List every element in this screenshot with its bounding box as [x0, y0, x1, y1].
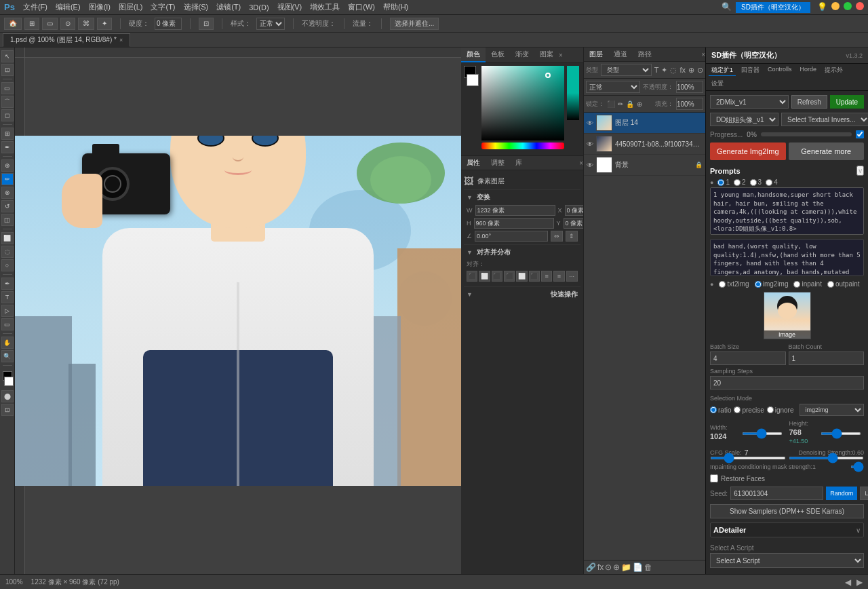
hue-bar[interactable]	[481, 142, 564, 149]
tab-color[interactable]: 颜色	[461, 48, 486, 62]
prompt-2[interactable]: 2	[734, 178, 746, 186]
path-select[interactable]: ▷	[1, 305, 14, 317]
layer-item[interactable]: 👁 背景 🔒	[584, 155, 705, 176]
rect-select[interactable]: ▭	[42, 18, 58, 30]
layer-item[interactable]: 👁 图层 14	[584, 113, 705, 134]
prompt-radio-3[interactable]	[750, 179, 757, 186]
y-input[interactable]: 0	[564, 218, 583, 229]
radio-inpaint[interactable]: inpaint	[793, 280, 821, 288]
tab-gradient[interactable]: 渐变	[510, 48, 534, 62]
brush-tool[interactable]: ✏	[1, 173, 14, 185]
menu-layer[interactable]: 图层(L)	[119, 2, 142, 12]
seed-input[interactable]: 613001304	[730, 487, 823, 500]
radio-input-outpaint[interactable]	[827, 281, 834, 288]
radio-img2img[interactable]: img2img	[755, 280, 789, 288]
radio-input-inpaint[interactable]	[793, 281, 800, 288]
document-tab[interactable]: 1.psd @ 100% (图层 14, RGB/8#) * ×	[3, 33, 130, 47]
positive-prompt[interactable]: 1 young man,handsome,super short black h…	[710, 187, 864, 235]
sel-precise[interactable]: precise	[734, 406, 764, 414]
add-fx-btn[interactable]: fx	[597, 563, 604, 572]
eyedropper-tool[interactable]: ✒	[1, 141, 14, 153]
restore-faces-check[interactable]	[710, 474, 718, 482]
color-panel-close[interactable]: ×	[559, 48, 563, 62]
quick-ops-collapse[interactable]: ▼	[467, 291, 473, 298]
sel-ignore[interactable]: ignore	[767, 406, 794, 414]
update-btn[interactable]: Update	[830, 95, 864, 109]
add-mask-btn[interactable]: ⊙	[605, 563, 612, 572]
menu-file[interactable]: 文件(F)	[23, 2, 47, 12]
tab-properties[interactable]: 属性	[461, 156, 486, 170]
layer-filter-icon[interactable]: T	[654, 66, 659, 74]
blur-tool[interactable]: ◌	[1, 246, 14, 258]
history-back-icon[interactable]: ◀	[845, 577, 851, 587]
history-fwd-icon[interactable]: ▶	[856, 577, 863, 587]
negative-prompt[interactable]: bad hand,(worst quality, low quality:1.4…	[710, 239, 864, 276]
color-gradient[interactable]	[481, 66, 564, 140]
menu-filter[interactable]: 滤镜(T)	[216, 2, 241, 12]
radio-txt2img[interactable]: txt2img	[719, 280, 749, 288]
nav-echo[interactable]: 回音器	[738, 65, 762, 76]
random-seed-btn[interactable]: Random	[826, 487, 857, 500]
home-btn[interactable]: 🏠	[4, 18, 22, 30]
height-input[interactable]: 960	[474, 218, 554, 229]
hand-tool[interactable]: ✋	[1, 337, 14, 349]
color-cursor[interactable]	[545, 73, 551, 78]
menu-plugins[interactable]: 增效工具	[310, 2, 340, 12]
bg-color-swatch[interactable]	[467, 74, 479, 86]
select-refine-btn[interactable]: 选择并遮住...	[390, 18, 439, 30]
batch-count-input[interactable]: 1	[789, 352, 865, 365]
new-btn[interactable]: ⊞	[24, 18, 39, 30]
quick-mask[interactable]: ⬤	[1, 390, 14, 402]
layer-type-select[interactable]: 类型	[601, 64, 652, 76]
delete-layer-btn[interactable]: 🗑	[644, 563, 652, 572]
menu-select[interactable]: 选择(S)	[184, 2, 209, 12]
tab-patterns[interactable]: 图案	[534, 48, 559, 62]
layer-item[interactable]: 👁 44509071-b08...9f1007345cc	[584, 134, 705, 155]
nav-stable[interactable]: 稳定扩1	[709, 65, 736, 76]
pen-tool[interactable]: ✒	[1, 278, 14, 290]
move-tool[interactable]: ↖	[1, 50, 14, 62]
prompts-toggle[interactable]: ∨	[856, 166, 864, 176]
model-select[interactable]: 2DMix_v1	[710, 95, 789, 109]
radio-input-txt2img[interactable]	[719, 281, 726, 288]
radio-input-img2img[interactable]	[755, 281, 762, 288]
share-btn[interactable]: SD插件（明空汉化）	[736, 2, 810, 13]
distribute-h[interactable]: ≡	[541, 271, 552, 282]
sel-radio-ignore[interactable]	[767, 406, 774, 413]
transform-collapse[interactable]: ▼	[467, 194, 473, 201]
object-select[interactable]: ◻	[1, 109, 14, 121]
angle-input[interactable]	[475, 231, 548, 242]
x-input[interactable]: 0	[565, 205, 583, 216]
progress-checkbox[interactable]	[856, 130, 864, 138]
height-slider[interactable]	[821, 432, 861, 435]
opacity-input[interactable]	[676, 81, 703, 93]
tab-swatches[interactable]: 色板	[486, 48, 510, 62]
align-bottom[interactable]: ⬛	[529, 271, 540, 282]
shape-tool[interactable]: ▭	[1, 318, 14, 330]
sel-radio-ratio[interactable]	[710, 406, 717, 413]
refresh-btn[interactable]: Refresh	[791, 95, 827, 109]
layer-filter-toggle[interactable]: ⊙	[697, 66, 703, 75]
layer-filter5-icon[interactable]: ⊕	[688, 66, 694, 75]
menu-view[interactable]: 视图(V)	[277, 2, 302, 12]
sel-ratio[interactable]: ratio	[710, 406, 731, 414]
layer-eye-icon[interactable]: 👁	[587, 162, 593, 169]
menu-help[interactable]: 帮助(H)	[383, 2, 408, 12]
layer-eye-icon[interactable]: 👁	[587, 119, 593, 127]
type-tool[interactable]: T	[1, 291, 14, 303]
denoising-slider[interactable]	[789, 457, 865, 459]
sampling-steps-input[interactable]: 20	[710, 376, 864, 390]
adetailer-toggle[interactable]: ∨	[856, 527, 861, 534]
lasso-tool[interactable]: ⌒	[1, 96, 14, 108]
menu-window[interactable]: 窗口(W)	[348, 2, 375, 12]
dodge-tool[interactable]: ○	[1, 259, 14, 271]
menu-edit[interactable]: 编辑(E)	[56, 2, 81, 12]
window-close[interactable]	[856, 2, 864, 10]
discover-icon[interactable]: 💡	[817, 2, 827, 13]
prompt-3[interactable]: 3	[750, 178, 762, 186]
tab-channels[interactable]: 通道	[608, 48, 633, 61]
align-center-v[interactable]: ⬜	[516, 271, 527, 282]
align-top[interactable]: ⬛	[504, 271, 515, 282]
zoom-tool[interactable]: 🔍	[1, 350, 14, 362]
lasso-select[interactable]: ⌘	[78, 18, 94, 30]
